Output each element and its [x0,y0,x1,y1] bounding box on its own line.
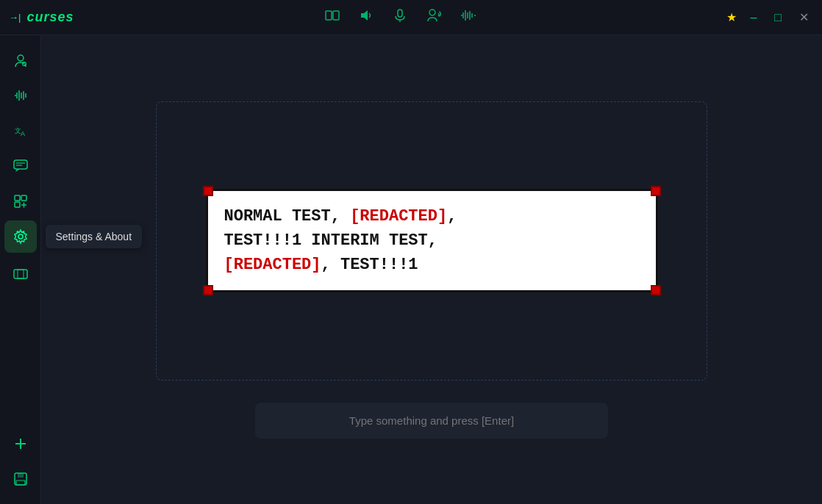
sidebar-item-add[interactable] [4,428,37,460]
caption-line2: TEST!!!1 INTERIM TEST, [224,231,437,250]
svg-rect-0 [326,11,332,20]
sidebar-bottom [4,428,37,495]
titlebar: →| curses [0,0,822,35]
main-layout: 文 A Settings & [0,35,822,504]
split-icon[interactable] [324,7,340,27]
svg-rect-36 [16,480,25,485]
svg-rect-35 [18,473,24,478]
redacted-1: [REDACTED] [350,207,447,226]
app-logo: curses [26,10,74,25]
input-area [255,403,608,439]
sidebar-item-audio[interactable] [4,79,37,112]
maximize-button[interactable]: □ [770,8,786,27]
sidebar-item-settings[interactable]: Settings & About [4,220,37,253]
caption-text: NORMAL TEST, [REDACTED], TEST!!!1 INTERI… [224,204,640,277]
minimize-button[interactable]: – [746,8,761,27]
text-input[interactable] [255,403,608,439]
pin-icon[interactable]: ★ [726,10,737,24]
sidebar: 文 A Settings & [0,35,41,504]
svg-rect-1 [333,11,339,20]
waveform-icon[interactable] [460,7,476,27]
caption-line3: [REDACTED], TEST!!!1 [224,256,418,274]
corner-tl [203,186,213,196]
svg-rect-3 [398,10,402,17]
corner-bl [203,285,213,295]
corner-tr [651,186,661,196]
corner-br [651,285,661,295]
svg-rect-31 [18,270,24,278]
sidebar-item-plugins[interactable] [4,185,37,217]
svg-rect-26 [15,195,20,201]
sidebar-item-save[interactable] [4,463,37,495]
svg-text:A: A [21,130,25,137]
content-area: NORMAL TEST, [REDACTED], TEST!!!1 INTERI… [41,35,822,504]
redacted-2: [REDACTED] [224,256,321,274]
caption-line1: NORMAL TEST, [REDACTED], [224,207,457,226]
svg-point-13 [18,55,24,61]
user-voice-icon[interactable] [426,7,442,27]
microphone-icon[interactable] [392,7,408,27]
svg-rect-30 [14,270,27,278]
logo-arrow-icon: →| [9,12,21,23]
close-button[interactable]: ✕ [795,7,813,27]
svg-point-29 [18,234,23,239]
sidebar-item-chat[interactable] [4,150,37,182]
preview-area: NORMAL TEST, [REDACTED], TEST!!!1 INTERI… [156,101,707,381]
svg-point-5 [429,10,435,15]
svg-rect-23 [14,160,27,169]
svg-rect-28 [15,202,20,207]
sidebar-item-display[interactable] [4,259,37,291]
svg-marker-2 [361,10,368,21]
caption-box: NORMAL TEST, [REDACTED], TEST!!!1 INTERI… [206,189,658,292]
volume-icon[interactable] [358,7,374,27]
titlebar-center [324,7,476,27]
titlebar-left: →| curses [9,10,74,25]
svg-rect-27 [21,195,26,201]
sidebar-item-avatar[interactable] [4,44,37,76]
sidebar-item-translate[interactable]: 文 A [4,115,37,147]
titlebar-right: ★ – □ ✕ [726,7,813,27]
